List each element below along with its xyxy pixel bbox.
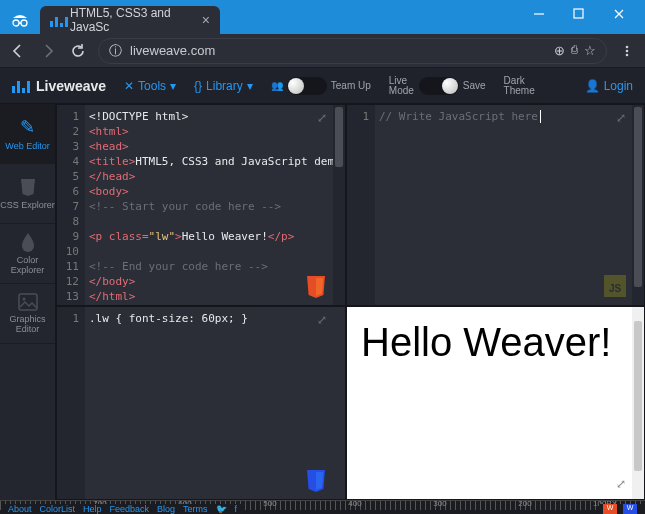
footer-links: About ColorList Help Feedback Blog Terms… xyxy=(4,504,241,514)
svg-rect-6 xyxy=(19,294,37,310)
css3-badge-icon xyxy=(305,469,327,493)
image-icon xyxy=(18,293,38,311)
js-code[interactable]: // Write JavaScript here xyxy=(375,105,632,305)
chevron-down-icon: ▾ xyxy=(247,79,253,93)
tab-title: HTML5, CSS3 and JavaSc xyxy=(70,6,202,34)
sidebar-item-color-explorer[interactable]: Color Explorer xyxy=(0,224,55,284)
forward-button[interactable] xyxy=(38,41,58,61)
window-controls xyxy=(523,0,645,24)
js-pane[interactable]: 1 // Write JavaScript here ⤢ JS xyxy=(346,104,645,306)
expand-icon[interactable]: ⤢ xyxy=(317,111,327,125)
sidebar-item-web-editor[interactable]: ✎ Web Editor xyxy=(0,104,55,164)
minimize-button[interactable] xyxy=(523,4,555,24)
footer-link[interactable]: Feedback xyxy=(110,504,150,514)
dark-theme-toggle[interactable]: Dark Theme xyxy=(504,76,536,96)
logo-text: Liveweave xyxy=(36,78,106,94)
css-icon xyxy=(18,177,38,197)
facebook-icon[interactable]: f xyxy=(235,504,238,514)
pencil-icon: ✎ xyxy=(20,116,35,138)
twitter-icon[interactable]: 🐦 xyxy=(216,504,227,514)
main: ✎ Web Editor CSS Explorer Color Explorer… xyxy=(0,104,645,500)
line-gutter: 12345678910111213 xyxy=(57,105,85,305)
expand-icon[interactable]: ⤢ xyxy=(616,111,626,125)
chevron-down-icon: ▾ xyxy=(170,79,176,93)
sidebar: ✎ Web Editor CSS Explorer Color Explorer… xyxy=(0,104,56,500)
droplet-icon xyxy=(20,232,36,252)
line-gutter: 1 xyxy=(347,105,375,305)
footer-link[interactable]: Help xyxy=(83,504,102,514)
braces-icon: {} xyxy=(194,79,202,93)
scrollbar[interactable] xyxy=(632,307,644,499)
footer: 700 600 500 400 300 200 100PX About Colo… xyxy=(0,500,645,514)
login-button[interactable]: 👤 Login xyxy=(585,79,633,93)
star-icon[interactable]: ☆ xyxy=(584,43,596,58)
svg-point-5 xyxy=(626,53,629,56)
expand-icon[interactable]: ⤢ xyxy=(317,313,327,327)
team-up-toggle[interactable]: 👥 Team Up xyxy=(271,77,371,95)
css-pane[interactable]: 1 .lw { font-size: 60px; } ⤢ xyxy=(56,306,346,500)
footer-validators: W W xyxy=(599,504,641,514)
tab-favicon-icon xyxy=(50,13,64,27)
tools-menu[interactable]: ✕ Tools ▾ xyxy=(124,79,176,93)
footer-link[interactable]: Terms xyxy=(183,504,208,514)
url-text: liveweave.com xyxy=(130,43,546,58)
validator-icon[interactable]: W xyxy=(623,504,637,514)
live-mode-toggle[interactable]: Live Mode Save xyxy=(389,76,486,96)
preview-pane: Hello Weaver! ⤢ xyxy=(346,306,645,500)
footer-link[interactable]: About xyxy=(8,504,32,514)
translate-icon[interactable]: ⎙ xyxy=(571,43,578,58)
logo[interactable]: Liveweave xyxy=(12,78,106,94)
svg-rect-2 xyxy=(574,9,583,18)
svg-text:JS: JS xyxy=(609,283,622,294)
reload-button[interactable] xyxy=(68,41,88,61)
expand-icon[interactable]: ⤢ xyxy=(616,477,626,491)
zoom-icon[interactable]: ⊕ xyxy=(554,43,565,58)
people-icon: 👥 xyxy=(271,80,283,91)
browser-tab[interactable]: HTML5, CSS3 and JavaSc × xyxy=(40,6,220,34)
svg-point-1 xyxy=(21,20,27,26)
js-badge-icon: JS xyxy=(604,275,626,299)
library-menu[interactable]: {} Library ▾ xyxy=(194,79,253,93)
line-gutter: 1 xyxy=(57,307,85,499)
address-bar[interactable]: ⓘ liveweave.com ⊕ ⎙ ☆ xyxy=(98,38,607,64)
validator-icon[interactable]: W xyxy=(603,504,617,514)
scrollbar[interactable] xyxy=(632,105,644,305)
logo-icon xyxy=(12,79,30,93)
sidebar-item-graphics-editor[interactable]: Graphics Editor xyxy=(0,284,55,344)
info-icon[interactable]: ⓘ xyxy=(109,42,122,60)
html-pane[interactable]: 12345678910111213 <!DOCTYPE html> <html>… xyxy=(56,104,346,306)
svg-point-3 xyxy=(626,45,629,48)
html-code[interactable]: <!DOCTYPE html> <html> <head> <title>HTM… xyxy=(85,105,333,305)
preview-content: Hello Weaver! xyxy=(347,307,625,499)
svg-point-4 xyxy=(626,49,629,52)
svg-point-0 xyxy=(13,20,19,26)
wrench-icon: ✕ xyxy=(124,79,134,93)
sidebar-item-css-explorer[interactable]: CSS Explorer xyxy=(0,164,55,224)
html5-badge-icon xyxy=(305,275,327,299)
user-icon: 👤 xyxy=(585,79,600,93)
close-icon[interactable]: × xyxy=(202,12,210,28)
footer-link[interactable]: Blog xyxy=(157,504,175,514)
menu-button[interactable] xyxy=(617,41,637,61)
close-button[interactable] xyxy=(603,4,635,24)
maximize-button[interactable] xyxy=(563,4,595,24)
browser-titlebar: HTML5, CSS3 and JavaSc × xyxy=(0,0,645,34)
incognito-icon xyxy=(6,6,34,34)
app-toolbar: Liveweave ✕ Tools ▾ {} Library ▾ 👥 Team … xyxy=(0,68,645,104)
editor-panes: 12345678910111213 <!DOCTYPE html> <html>… xyxy=(56,104,645,500)
footer-link[interactable]: ColorList xyxy=(40,504,76,514)
svg-point-7 xyxy=(22,298,25,301)
browser-toolbar: ⓘ liveweave.com ⊕ ⎙ ☆ xyxy=(0,34,645,68)
back-button[interactable] xyxy=(8,41,28,61)
scrollbar[interactable] xyxy=(333,105,345,305)
